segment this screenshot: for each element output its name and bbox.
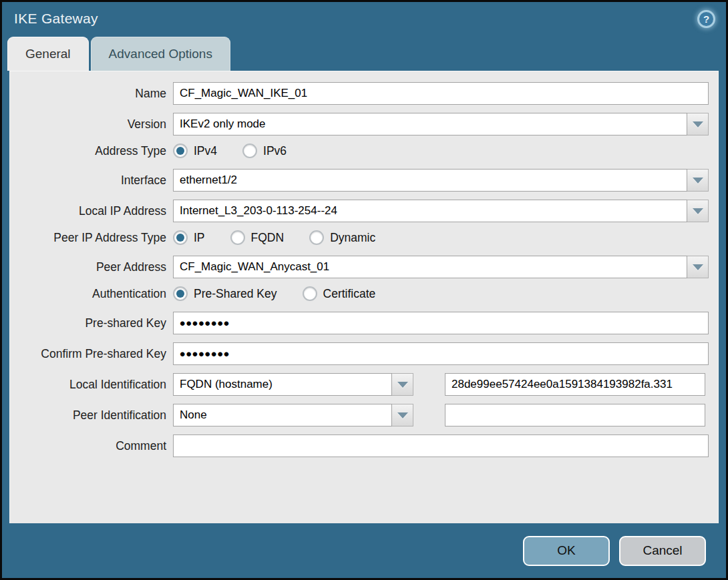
peer-identification-row: Peer Identification (10, 404, 718, 426)
auth-certificate-label: Certificate (323, 287, 376, 301)
peer-address-row: Peer Address (10, 256, 718, 278)
interface-input[interactable] (173, 169, 687, 192)
pre-shared-key-label: Pre-shared Key (10, 316, 173, 330)
name-label: Name (10, 87, 173, 101)
radio-unselected-icon (309, 230, 324, 245)
version-row: Version (10, 113, 718, 135)
peer-ip-type-dynamic-label: Dynamic (330, 231, 375, 245)
auth-certificate-radio[interactable]: Certificate (303, 286, 376, 301)
address-type-ipv4-label: IPv4 (194, 144, 217, 158)
peer-ip-type-fqdn-radio[interactable]: FQDN (230, 230, 285, 245)
peer-identification-label: Peer Identification (10, 408, 173, 422)
cancel-button[interactable]: Cancel (619, 536, 706, 566)
peer-ip-address-type-label: Peer IP Address Type (10, 231, 173, 245)
radio-unselected-icon (303, 286, 317, 301)
authentication-label: Authentication (10, 287, 173, 301)
address-type-ipv6-radio[interactable]: IPv6 (242, 143, 287, 158)
local-ip-address-input[interactable] (173, 200, 687, 222)
confirm-pre-shared-key-input[interactable] (173, 342, 709, 365)
tab-general[interactable]: General (7, 37, 89, 71)
peer-identification-type-input[interactable] (173, 404, 392, 426)
local-ip-address-label: Local IP Address (10, 204, 173, 218)
address-type-row: Address Type IPv4 IPv6 (10, 143, 718, 158)
radio-selected-icon (173, 286, 188, 301)
peer-ip-type-fqdn-label: FQDN (251, 231, 285, 245)
dialog-title: IKE Gateway (14, 11, 98, 27)
auth-pre-shared-key-label: Pre-Shared Key (194, 287, 277, 301)
peer-ip-type-ip-radio[interactable]: IP (173, 230, 205, 245)
radio-selected-icon (173, 230, 188, 245)
interface-row: Interface (10, 169, 718, 192)
local-identification-value-input[interactable] (445, 373, 705, 396)
interface-dropdown-button[interactable] (687, 169, 709, 192)
address-type-ipv6-label: IPv6 (263, 144, 287, 158)
comment-input[interactable] (173, 434, 709, 457)
peer-identification-dropdown-button[interactable] (392, 404, 413, 426)
peer-ip-type-ip-label: IP (194, 231, 205, 245)
pre-shared-key-row: Pre-shared Key (10, 312, 718, 334)
tab-advanced-options[interactable]: Advanced Options (91, 37, 230, 71)
chevron-down-icon (693, 178, 703, 184)
peer-ip-address-type-row: Peer IP Address Type IP FQDN Dynamic (10, 230, 718, 245)
comment-row: Comment (10, 434, 718, 457)
version-dropdown-button[interactable] (687, 113, 709, 135)
local-identification-type-input[interactable] (173, 373, 392, 396)
local-identification-dropdown-button[interactable] (392, 373, 413, 396)
peer-ip-type-dynamic-radio[interactable]: Dynamic (309, 230, 375, 245)
radio-unselected-icon (242, 143, 257, 158)
peer-address-input[interactable] (173, 256, 687, 278)
peer-identification-value-input[interactable] (445, 404, 705, 426)
general-tab-panel: Name Version Address Type IPv4 (9, 71, 719, 523)
address-type-ipv4-radio[interactable]: IPv4 (173, 143, 217, 158)
chevron-down-icon (693, 208, 703, 214)
chevron-down-icon (397, 382, 408, 388)
dialog-titlebar: IKE Gateway ? (2, 2, 726, 35)
version-input[interactable] (173, 113, 687, 135)
version-label: Version (10, 117, 173, 131)
address-type-label: Address Type (10, 144, 173, 158)
interface-label: Interface (10, 174, 173, 188)
authentication-row: Authentication Pre-Shared Key Certificat… (10, 286, 718, 301)
tab-advanced-options-label: Advanced Options (109, 47, 212, 61)
local-ip-address-row: Local IP Address (10, 200, 718, 222)
local-identification-label: Local Identification (10, 378, 173, 392)
chevron-down-icon (693, 264, 703, 270)
name-input[interactable] (173, 82, 709, 105)
peer-address-label: Peer Address (10, 260, 173, 274)
chevron-down-icon (693, 121, 703, 127)
tab-general-label: General (25, 47, 71, 61)
radio-unselected-icon (230, 230, 245, 245)
peer-address-dropdown-button[interactable] (687, 256, 709, 278)
confirm-pre-shared-key-row: Confirm Pre-shared Key (10, 342, 718, 365)
dialog-footer: OK Cancel (2, 523, 726, 578)
pre-shared-key-input[interactable] (173, 312, 709, 334)
ike-gateway-dialog: IKE Gateway ? General Advanced Options N… (0, 0, 728, 580)
ok-button[interactable]: OK (523, 536, 610, 566)
name-row: Name (10, 82, 718, 105)
local-ip-address-dropdown-button[interactable] (687, 200, 709, 222)
help-icon[interactable]: ? (697, 10, 715, 28)
auth-pre-shared-key-radio[interactable]: Pre-Shared Key (173, 286, 277, 301)
comment-label: Comment (10, 439, 173, 453)
radio-selected-icon (173, 143, 188, 158)
chevron-down-icon (397, 412, 408, 418)
confirm-pre-shared-key-label: Confirm Pre-shared Key (10, 347, 173, 361)
tab-bar: General Advanced Options (2, 35, 726, 71)
local-identification-row: Local Identification (10, 373, 718, 396)
